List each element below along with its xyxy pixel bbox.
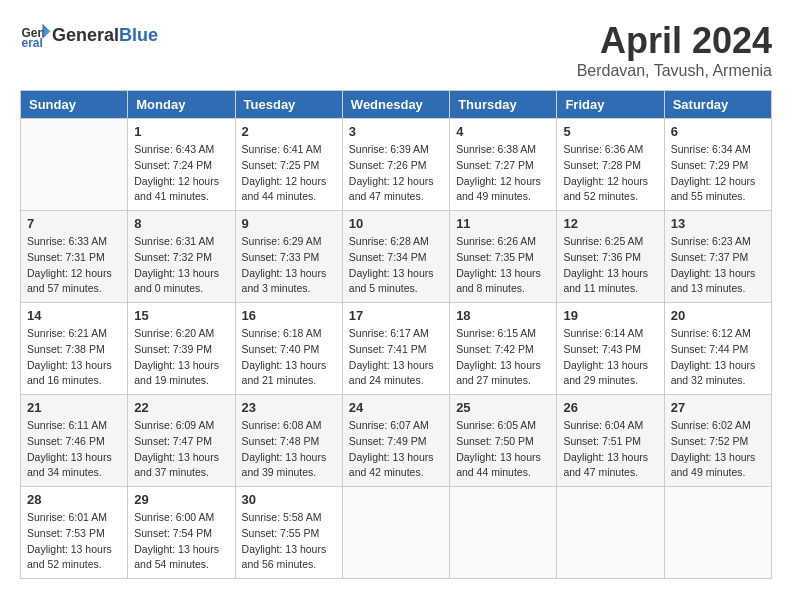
calendar-cell: 8Sunrise: 6:31 AM Sunset: 7:32 PM Daylig…	[128, 211, 235, 303]
calendar-body: 1Sunrise: 6:43 AM Sunset: 7:24 PM Daylig…	[21, 119, 772, 579]
day-info: Sunrise: 6:07 AM Sunset: 7:49 PM Dayligh…	[349, 418, 443, 481]
calendar-cell: 15Sunrise: 6:20 AM Sunset: 7:39 PM Dayli…	[128, 303, 235, 395]
calendar-cell: 16Sunrise: 6:18 AM Sunset: 7:40 PM Dayli…	[235, 303, 342, 395]
day-number: 8	[134, 216, 228, 231]
calendar-cell	[21, 119, 128, 211]
calendar-week-row: 14Sunrise: 6:21 AM Sunset: 7:38 PM Dayli…	[21, 303, 772, 395]
calendar-cell: 9Sunrise: 6:29 AM Sunset: 7:33 PM Daylig…	[235, 211, 342, 303]
svg-text:eral: eral	[22, 36, 43, 50]
calendar-cell: 6Sunrise: 6:34 AM Sunset: 7:29 PM Daylig…	[664, 119, 771, 211]
day-info: Sunrise: 6:12 AM Sunset: 7:44 PM Dayligh…	[671, 326, 765, 389]
calendar-cell: 17Sunrise: 6:17 AM Sunset: 7:41 PM Dayli…	[342, 303, 449, 395]
day-info: Sunrise: 6:04 AM Sunset: 7:51 PM Dayligh…	[563, 418, 657, 481]
calendar-cell	[342, 487, 449, 579]
calendar-cell: 22Sunrise: 6:09 AM Sunset: 7:47 PM Dayli…	[128, 395, 235, 487]
day-info: Sunrise: 6:15 AM Sunset: 7:42 PM Dayligh…	[456, 326, 550, 389]
calendar-cell	[450, 487, 557, 579]
title-area: April 2024 Berdavan, Tavush, Armenia	[577, 20, 772, 80]
day-info: Sunrise: 6:29 AM Sunset: 7:33 PM Dayligh…	[242, 234, 336, 297]
col-tuesday: Tuesday	[235, 91, 342, 119]
calendar-cell: 2Sunrise: 6:41 AM Sunset: 7:25 PM Daylig…	[235, 119, 342, 211]
day-info: Sunrise: 6:38 AM Sunset: 7:27 PM Dayligh…	[456, 142, 550, 205]
day-number: 17	[349, 308, 443, 323]
calendar-cell: 30Sunrise: 5:58 AM Sunset: 7:55 PM Dayli…	[235, 487, 342, 579]
header: Gen eral GeneralBlue April 2024 Berdavan…	[20, 20, 772, 80]
calendar-cell: 23Sunrise: 6:08 AM Sunset: 7:48 PM Dayli…	[235, 395, 342, 487]
day-info: Sunrise: 6:01 AM Sunset: 7:53 PM Dayligh…	[27, 510, 121, 573]
calendar-cell: 12Sunrise: 6:25 AM Sunset: 7:36 PM Dayli…	[557, 211, 664, 303]
calendar-cell: 19Sunrise: 6:14 AM Sunset: 7:43 PM Dayli…	[557, 303, 664, 395]
day-number: 15	[134, 308, 228, 323]
day-number: 19	[563, 308, 657, 323]
day-info: Sunrise: 6:26 AM Sunset: 7:35 PM Dayligh…	[456, 234, 550, 297]
day-number: 1	[134, 124, 228, 139]
day-number: 7	[27, 216, 121, 231]
calendar-cell: 14Sunrise: 6:21 AM Sunset: 7:38 PM Dayli…	[21, 303, 128, 395]
day-number: 18	[456, 308, 550, 323]
day-number: 13	[671, 216, 765, 231]
day-info: Sunrise: 6:08 AM Sunset: 7:48 PM Dayligh…	[242, 418, 336, 481]
day-number: 27	[671, 400, 765, 415]
day-number: 22	[134, 400, 228, 415]
calendar-week-row: 7Sunrise: 6:33 AM Sunset: 7:31 PM Daylig…	[21, 211, 772, 303]
day-info: Sunrise: 6:17 AM Sunset: 7:41 PM Dayligh…	[349, 326, 443, 389]
calendar-cell: 29Sunrise: 6:00 AM Sunset: 7:54 PM Dayli…	[128, 487, 235, 579]
day-number: 30	[242, 492, 336, 507]
calendar-cell: 25Sunrise: 6:05 AM Sunset: 7:50 PM Dayli…	[450, 395, 557, 487]
day-number: 16	[242, 308, 336, 323]
day-number: 11	[456, 216, 550, 231]
day-info: Sunrise: 6:33 AM Sunset: 7:31 PM Dayligh…	[27, 234, 121, 297]
calendar-cell	[664, 487, 771, 579]
day-info: Sunrise: 6:00 AM Sunset: 7:54 PM Dayligh…	[134, 510, 228, 573]
day-info: Sunrise: 6:28 AM Sunset: 7:34 PM Dayligh…	[349, 234, 443, 297]
day-info: Sunrise: 6:36 AM Sunset: 7:28 PM Dayligh…	[563, 142, 657, 205]
day-number: 25	[456, 400, 550, 415]
calendar-cell: 18Sunrise: 6:15 AM Sunset: 7:42 PM Dayli…	[450, 303, 557, 395]
calendar-cell: 28Sunrise: 6:01 AM Sunset: 7:53 PM Dayli…	[21, 487, 128, 579]
calendar-cell: 24Sunrise: 6:07 AM Sunset: 7:49 PM Dayli…	[342, 395, 449, 487]
day-number: 4	[456, 124, 550, 139]
day-info: Sunrise: 6:41 AM Sunset: 7:25 PM Dayligh…	[242, 142, 336, 205]
day-info: Sunrise: 6:34 AM Sunset: 7:29 PM Dayligh…	[671, 142, 765, 205]
calendar-cell: 5Sunrise: 6:36 AM Sunset: 7:28 PM Daylig…	[557, 119, 664, 211]
calendar-cell: 1Sunrise: 6:43 AM Sunset: 7:24 PM Daylig…	[128, 119, 235, 211]
day-number: 3	[349, 124, 443, 139]
svg-marker-3	[44, 26, 50, 37]
calendar-cell: 13Sunrise: 6:23 AM Sunset: 7:37 PM Dayli…	[664, 211, 771, 303]
day-number: 23	[242, 400, 336, 415]
calendar-cell: 20Sunrise: 6:12 AM Sunset: 7:44 PM Dayli…	[664, 303, 771, 395]
day-info: Sunrise: 6:05 AM Sunset: 7:50 PM Dayligh…	[456, 418, 550, 481]
day-info: Sunrise: 6:25 AM Sunset: 7:36 PM Dayligh…	[563, 234, 657, 297]
day-number: 12	[563, 216, 657, 231]
day-info: Sunrise: 6:09 AM Sunset: 7:47 PM Dayligh…	[134, 418, 228, 481]
logo-general-text: General	[52, 25, 119, 45]
calendar-table: Sunday Monday Tuesday Wednesday Thursday…	[20, 90, 772, 579]
day-info: Sunrise: 6:18 AM Sunset: 7:40 PM Dayligh…	[242, 326, 336, 389]
day-info: Sunrise: 5:58 AM Sunset: 7:55 PM Dayligh…	[242, 510, 336, 573]
day-number: 28	[27, 492, 121, 507]
day-number: 6	[671, 124, 765, 139]
logo: Gen eral GeneralBlue	[20, 20, 158, 50]
day-number: 26	[563, 400, 657, 415]
day-number: 14	[27, 308, 121, 323]
day-info: Sunrise: 6:39 AM Sunset: 7:26 PM Dayligh…	[349, 142, 443, 205]
col-saturday: Saturday	[664, 91, 771, 119]
col-monday: Monday	[128, 91, 235, 119]
col-friday: Friday	[557, 91, 664, 119]
calendar-cell: 10Sunrise: 6:28 AM Sunset: 7:34 PM Dayli…	[342, 211, 449, 303]
col-sunday: Sunday	[21, 91, 128, 119]
day-info: Sunrise: 6:23 AM Sunset: 7:37 PM Dayligh…	[671, 234, 765, 297]
col-thursday: Thursday	[450, 91, 557, 119]
day-number: 20	[671, 308, 765, 323]
calendar-cell: 26Sunrise: 6:04 AM Sunset: 7:51 PM Dayli…	[557, 395, 664, 487]
day-info: Sunrise: 6:11 AM Sunset: 7:46 PM Dayligh…	[27, 418, 121, 481]
month-title: April 2024	[577, 20, 772, 62]
col-wednesday: Wednesday	[342, 91, 449, 119]
calendar-week-row: 21Sunrise: 6:11 AM Sunset: 7:46 PM Dayli…	[21, 395, 772, 487]
calendar-cell: 3Sunrise: 6:39 AM Sunset: 7:26 PM Daylig…	[342, 119, 449, 211]
calendar-cell: 11Sunrise: 6:26 AM Sunset: 7:35 PM Dayli…	[450, 211, 557, 303]
day-info: Sunrise: 6:21 AM Sunset: 7:38 PM Dayligh…	[27, 326, 121, 389]
calendar-cell: 4Sunrise: 6:38 AM Sunset: 7:27 PM Daylig…	[450, 119, 557, 211]
day-number: 24	[349, 400, 443, 415]
day-info: Sunrise: 6:31 AM Sunset: 7:32 PM Dayligh…	[134, 234, 228, 297]
